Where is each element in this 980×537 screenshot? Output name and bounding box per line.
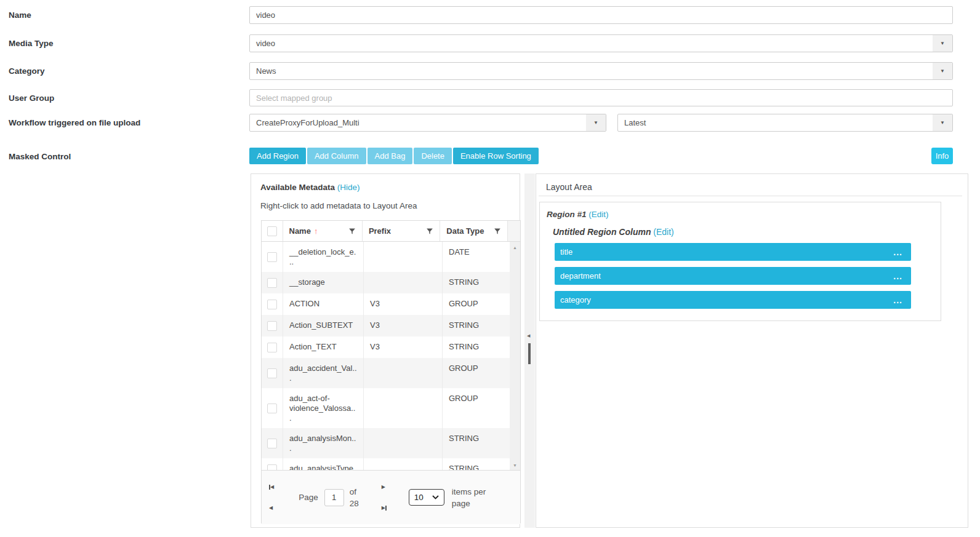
metadata-name-cell: adu_accident_Val...: [283, 358, 364, 388]
chevron-down-icon[interactable]: ▼: [586, 114, 606, 131]
metadata-prefix-cell: [364, 458, 443, 470]
metadata-prefix-cell: [364, 428, 443, 458]
table-scrollbar[interactable]: ▲ ▼: [510, 242, 520, 470]
scroll-down-icon[interactable]: ▼: [510, 463, 520, 467]
table-row[interactable]: adu_analysisType STRING: [262, 458, 520, 470]
layout-item-label: title: [555, 247, 572, 257]
item-menu-ellipsis[interactable]: ...: [893, 273, 911, 279]
row-checkbox[interactable]: [267, 321, 277, 331]
metadata-table-header: Name↑ Prefix Data Type: [262, 221, 520, 242]
metadata-type-cell: STRING: [443, 336, 511, 358]
table-row[interactable]: adu_analysisMon... STRING: [262, 428, 520, 458]
region-edit-link[interactable]: (Edit): [588, 210, 608, 219]
row-checkbox[interactable]: [267, 368, 277, 378]
add-column-button[interactable]: Add Column: [307, 148, 366, 164]
name-column-header[interactable]: Name↑: [283, 221, 363, 241]
workflow-label: Workflow triggered on file upload: [9, 118, 140, 127]
row-checkbox[interactable]: [267, 252, 277, 262]
media-type-label: Media Type: [9, 39, 54, 48]
user-group-input[interactable]: [249, 89, 953, 106]
add-region-button[interactable]: Add Region: [249, 148, 306, 164]
pager-first-button[interactable]: ◀: [269, 483, 274, 491]
table-row[interactable]: Action_SUBTEXT V3 STRING: [262, 315, 520, 336]
workflow-version-dropdown[interactable]: Latest ▼: [617, 114, 953, 132]
layout-item[interactable]: department ...: [555, 267, 911, 285]
scroll-up-icon[interactable]: ▲: [510, 245, 520, 250]
region-container: Region #1 (Edit) Untitled Region Column …: [539, 202, 941, 321]
filter-icon[interactable]: [348, 228, 356, 235]
layout-item[interactable]: category ...: [555, 291, 911, 309]
items-per-page-label: items per page: [452, 486, 499, 509]
name-input[interactable]: [249, 6, 953, 24]
info-button[interactable]: Info: [931, 148, 953, 164]
pager-next-button[interactable]: ▶: [382, 483, 387, 491]
masked-control-label: Masked Control: [9, 152, 71, 161]
row-checkbox[interactable]: [267, 343, 277, 352]
chevron-down-icon[interactable]: ▼: [933, 114, 952, 131]
table-pager: ◀ ◀ Page of 28 ▶ ▶ 10 items per page: [262, 470, 520, 524]
table-row[interactable]: __storage STRING: [262, 272, 520, 293]
chevron-down-icon[interactable]: ▼: [933, 35, 952, 52]
add-bag-button[interactable]: Add Bag: [367, 148, 413, 164]
masked-control-toolbar: Add Region Add Column Add Bag Delete Ena…: [249, 148, 540, 164]
metadata-name-cell: adu_analysisType: [283, 458, 364, 470]
chevron-down-icon[interactable]: ▼: [933, 63, 952, 79]
user-group-label: User Group: [9, 93, 54, 103]
table-row[interactable]: __deletion_lock_e... DATE: [262, 242, 520, 272]
metadata-type-cell: GROUP: [443, 293, 511, 315]
metadata-name-cell: Action_TEXT: [283, 336, 364, 358]
column-edit-link[interactable]: (Edit): [653, 227, 673, 237]
row-checkbox[interactable]: [267, 300, 277, 309]
table-row[interactable]: adu_accident_Val... GROUP: [262, 358, 520, 388]
hide-link[interactable]: (Hide): [337, 183, 360, 192]
metadata-type-cell: STRING: [443, 315, 511, 336]
item-menu-ellipsis[interactable]: ...: [893, 297, 911, 303]
filter-icon[interactable]: [426, 228, 433, 235]
item-menu-ellipsis[interactable]: ...: [893, 249, 911, 255]
page-size-select[interactable]: 10: [409, 489, 444, 506]
metadata-table-body: __deletion_lock_e... DATE __storage STRI…: [262, 242, 520, 470]
header-spacer: [508, 221, 520, 241]
row-checkbox[interactable]: [267, 278, 277, 288]
row-checkbox[interactable]: [267, 464, 277, 471]
enable-row-sorting-button[interactable]: Enable Row Sorting: [453, 148, 539, 164]
metadata-name-cell: adu_analysisMon...: [283, 428, 364, 458]
table-row[interactable]: adu_act-of-violence_Valossa... GROUP: [262, 388, 520, 428]
row-checkbox[interactable]: [267, 404, 277, 413]
metadata-name-cell: __storage: [283, 272, 364, 293]
media-type-dropdown[interactable]: video ▼: [249, 34, 953, 52]
metadata-prefix-cell: V3: [364, 336, 443, 358]
sort-ascending-icon: ↑: [314, 226, 318, 236]
filter-icon[interactable]: [494, 228, 501, 235]
prefix-column-header[interactable]: Prefix: [363, 221, 440, 241]
category-dropdown[interactable]: News ▼: [249, 62, 953, 80]
delete-button[interactable]: Delete: [414, 148, 452, 164]
pager-prev-button[interactable]: ◀: [269, 504, 274, 512]
workflow-dropdown[interactable]: CreateProxyForUpload_Multi ▼: [249, 114, 606, 132]
metadata-type-cell: STRING: [443, 428, 511, 458]
table-row[interactable]: ACTION V3 GROUP: [262, 293, 520, 315]
metadata-type-cell: STRING: [443, 272, 511, 293]
page-label: Page: [299, 493, 318, 502]
row-checkbox[interactable]: [267, 439, 277, 448]
pager-page-input[interactable]: [324, 489, 344, 506]
layout-item-label: category: [555, 295, 591, 304]
panel-splitter[interactable]: ◀: [524, 173, 535, 528]
metadata-name-cell: Action_SUBTEXT: [283, 315, 364, 336]
metadata-type-cell: GROUP: [443, 388, 511, 428]
metadata-prefix-cell: V3: [364, 293, 443, 315]
collapse-left-icon[interactable]: ◀: [527, 333, 530, 338]
metadata-type-cell: DATE: [443, 242, 511, 272]
pager-last-button[interactable]: ▶: [382, 504, 387, 512]
splitter-drag-handle[interactable]: [528, 343, 531, 364]
select-all-checkbox[interactable]: [267, 226, 277, 236]
available-metadata-panel: Available Metadata (Hide) Right-click to…: [251, 173, 520, 528]
layout-items: title ... department ... category ...: [555, 243, 911, 309]
table-row[interactable]: Action_TEXT V3 STRING: [262, 336, 520, 358]
divider: [539, 196, 962, 196]
media-config-page: Name Media Type Category User Group Work…: [0, 0, 980, 537]
chevron-down-icon: [432, 495, 439, 499]
data-type-column-header[interactable]: Data Type: [440, 221, 508, 241]
layout-item[interactable]: title ...: [555, 243, 911, 261]
metadata-type-cell: STRING: [443, 458, 511, 470]
